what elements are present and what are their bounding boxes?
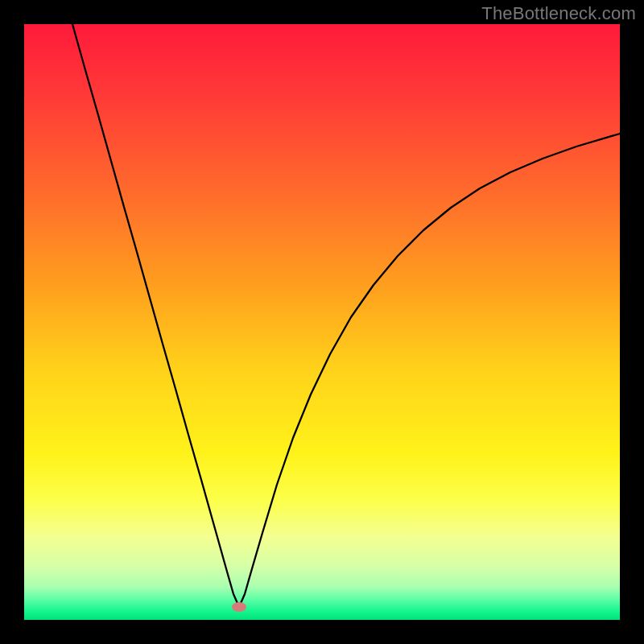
chart-plot-area [24,24,620,620]
chart-frame: TheBottleneck.com [0,0,644,644]
optimal-point-marker [232,602,246,612]
watermark-text: TheBottleneck.com [481,3,636,24]
chart-background [24,24,620,620]
chart-marker-layer [232,602,246,612]
chart-svg [24,24,620,620]
